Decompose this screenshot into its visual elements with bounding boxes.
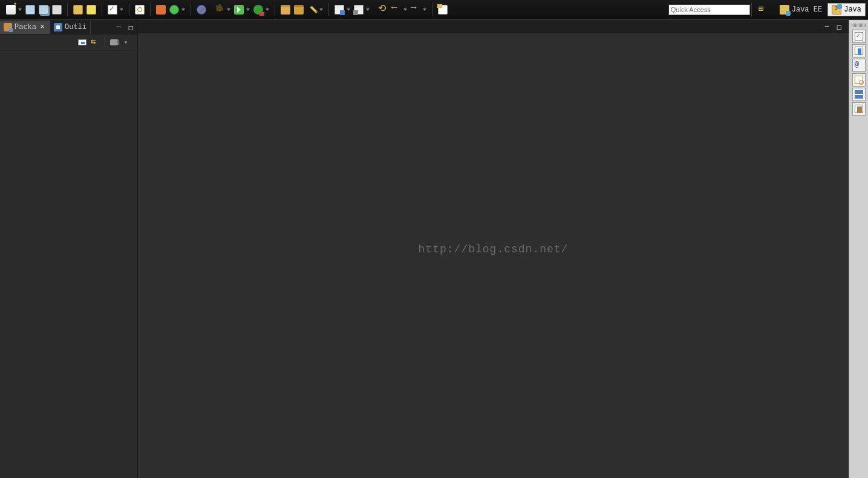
tab-outline[interactable]: Outli <box>50 21 91 34</box>
package-explorer-body[interactable] <box>0 50 137 478</box>
highlighter-button[interactable] <box>307 4 324 15</box>
javadoc-icon: @ <box>855 61 863 70</box>
minimized-view-snippets[interactable] <box>852 102 866 116</box>
back-icon <box>391 5 401 15</box>
toolbar-group-open <box>276 1 327 18</box>
minimized-view-properties[interactable] <box>852 88 866 101</box>
forward-button[interactable] <box>410 4 427 15</box>
toolbar-separator <box>105 38 105 47</box>
build-button[interactable] <box>73 4 83 15</box>
collapse-all-button[interactable] <box>77 37 88 48</box>
toolbar-separator <box>191 3 191 16</box>
annotation-next-icon <box>334 5 344 15</box>
run-button[interactable] <box>233 4 250 15</box>
minimized-view-javadoc[interactable]: @ <box>852 59 866 72</box>
bug-icon <box>215 5 224 15</box>
toolbar-group-tags <box>330 1 374 18</box>
prev-annotation-button[interactable] <box>353 4 370 15</box>
java-icon <box>832 5 841 15</box>
focus-task-button[interactable] <box>109 37 120 48</box>
toolbar-group-launch <box>210 1 273 18</box>
open-type-button[interactable] <box>134 4 145 15</box>
debug-config-icon <box>156 5 166 15</box>
outline-icon <box>54 23 62 31</box>
toolbar-separator <box>751 3 752 16</box>
toolbar-separator <box>432 3 432 16</box>
bookmarks-icon <box>855 47 863 55</box>
open-project-button[interactable] <box>293 4 304 15</box>
maximize-editor-button[interactable]: ◻ <box>834 22 844 31</box>
external-tools-button[interactable] <box>253 4 270 15</box>
skip-breakpoints-icon <box>197 5 206 15</box>
toolbar-group-launch-cfg <box>152 1 189 18</box>
minimize-editor-button[interactable]: − <box>822 22 832 31</box>
minimize-view-button[interactable]: − <box>114 22 123 32</box>
run-icon <box>234 5 244 15</box>
tab-label: Outli <box>65 23 86 31</box>
new-button[interactable] <box>5 4 22 15</box>
build-icon <box>73 5 83 15</box>
folder-icon <box>294 5 304 15</box>
next-annotation-button[interactable] <box>334 4 351 15</box>
watermark-text: http://blog.csdn.net/ <box>419 243 569 255</box>
toggle-mark-button[interactable] <box>107 4 124 15</box>
quick-access-input[interactable] <box>668 4 750 15</box>
run-config-icon <box>169 5 179 15</box>
perspective-java[interactable]: Java <box>827 3 866 16</box>
perspective-java-ee[interactable]: Java EE <box>775 3 826 16</box>
debug-button[interactable] <box>214 4 231 15</box>
print-icon <box>52 5 62 15</box>
save-all-button[interactable] <box>38 4 49 15</box>
open-perspective-button[interactable] <box>754 3 774 16</box>
forward-icon <box>411 5 420 15</box>
save-button[interactable] <box>25 4 36 15</box>
open-folder-button[interactable] <box>280 4 291 15</box>
close-icon[interactable]: ✕ <box>39 24 46 31</box>
open-perspective-icon <box>758 5 768 15</box>
tasks-icon <box>855 32 863 41</box>
editor-header: − ◻ <box>138 20 849 33</box>
toolbar-separator <box>102 3 102 16</box>
toolbar-group-cheatsheet <box>434 1 452 18</box>
back-button[interactable] <box>391 4 408 15</box>
tab-package-explorer[interactable]: Packa ✕ <box>0 21 50 34</box>
help-button[interactable] <box>86 4 97 15</box>
annotation-prev-icon <box>354 5 364 15</box>
minimized-view-servers[interactable] <box>852 73 866 87</box>
cheat-sheets-button[interactable] <box>437 4 448 15</box>
save-icon <box>25 5 35 15</box>
external-tools-icon <box>253 5 263 15</box>
run-config-button[interactable] <box>169 4 186 15</box>
chevron-down-icon <box>123 38 132 47</box>
toolbar-group-search <box>131 1 149 18</box>
toolbar-group-nav <box>374 1 431 18</box>
pen-icon <box>310 6 318 14</box>
save-all-icon <box>39 5 48 15</box>
toolbar-separator <box>129 3 129 16</box>
toolbar-separator <box>275 3 275 16</box>
view-menu-button[interactable] <box>122 37 133 48</box>
tab-label: Packa <box>15 23 36 31</box>
print-button[interactable] <box>51 4 62 15</box>
maximize-view-button[interactable]: ◻ <box>126 22 135 32</box>
toolbar-separator <box>150 3 151 16</box>
help-icon <box>86 5 96 15</box>
last-edit-button[interactable] <box>377 4 388 15</box>
perspective-label: Java <box>844 5 861 14</box>
java-ee-icon <box>780 5 789 15</box>
minimized-view-tasks[interactable] <box>852 30 866 43</box>
skip-breakpoints-button[interactable] <box>196 4 207 15</box>
toolbar-group-file <box>2 1 66 18</box>
editor-area: − ◻ http://blog.csdn.net/ <box>138 20 849 478</box>
package-explorer-toolbar <box>0 34 137 50</box>
strip-handle[interactable] <box>852 24 866 27</box>
link-icon <box>91 38 100 47</box>
toolbar-group-annotations <box>103 1 128 18</box>
toolbar-group-build <box>69 1 100 18</box>
minimized-view-bookmarks[interactable] <box>852 44 866 57</box>
link-with-editor-button[interactable] <box>90 37 101 48</box>
debug-config-button[interactable] <box>155 4 166 15</box>
properties-icon <box>855 90 863 99</box>
side-tabs: Packa ✕ Outli − ◻ <box>0 20 137 34</box>
check-icon <box>108 5 117 15</box>
